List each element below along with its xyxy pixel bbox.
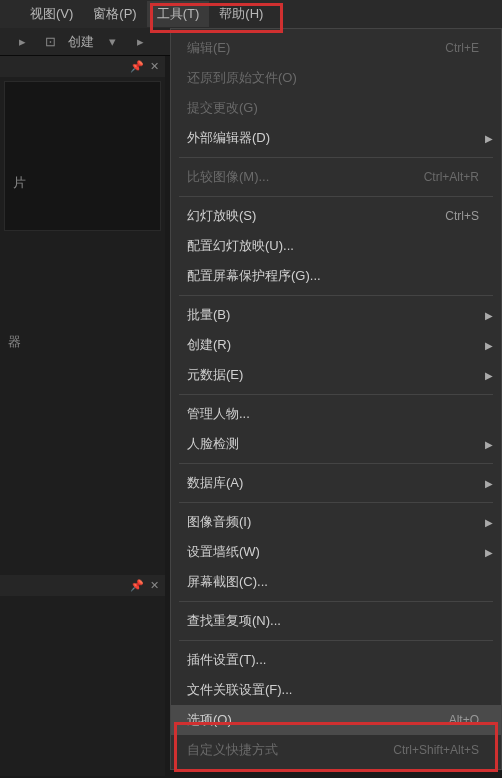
menu-create[interactable]: 创建(R) ▶ <box>171 330 501 360</box>
pin-icon[interactable]: 📌 <box>130 60 144 73</box>
tools-dropdown-menu: 编辑(E) Ctrl+E 还原到原始文件(O) 提交更改(G) 外部编辑器(D)… <box>170 28 502 770</box>
menu-config-slideshow-label: 配置幻灯放映(U)... <box>187 237 294 255</box>
menu-help[interactable]: 帮助(H) <box>209 1 273 27</box>
menu-database[interactable]: 数据库(A) ▶ <box>171 468 501 498</box>
menu-metadata-label: 元数据(E) <box>187 366 243 384</box>
panel-text-2: 器 <box>0 321 165 363</box>
close-icon[interactable]: ✕ <box>150 60 159 73</box>
menu-tools[interactable]: 工具(T) <box>147 1 210 27</box>
menu-separator <box>179 196 493 197</box>
chevron-right-icon: ▶ <box>485 310 493 321</box>
menu-custom-shortcut: 自定义快捷方式 Ctrl+Shift+Alt+S <box>171 735 501 765</box>
menu-revert: 还原到原始文件(O) <box>171 63 501 93</box>
chevron-right-icon: ▶ <box>485 439 493 450</box>
menubar: 视图(V) 窗格(P) 工具(T) 帮助(H) <box>0 0 502 28</box>
menu-compare-shortcut: Ctrl+Alt+R <box>424 170 479 184</box>
chevron-right-icon: ▶ <box>485 547 493 558</box>
menu-image-audio[interactable]: 图像音频(I) ▶ <box>171 507 501 537</box>
menu-file-assoc[interactable]: 文件关联设置(F)... <box>171 675 501 705</box>
side-panel: 📌 ✕ 片 器 📌 ✕ <box>0 56 165 776</box>
menu-custom-shortcut-label: 自定义快捷方式 <box>187 741 278 759</box>
menu-screenshot[interactable]: 屏幕截图(C)... <box>171 567 501 597</box>
menu-image-audio-label: 图像音频(I) <box>187 513 251 531</box>
panel-body-1: 片 <box>4 81 161 231</box>
menu-screenshot-label: 屏幕截图(C)... <box>187 573 268 591</box>
menu-separator <box>179 157 493 158</box>
menu-batch[interactable]: 批量(B) ▶ <box>171 300 501 330</box>
chevron-right-icon: ▶ <box>485 478 493 489</box>
menu-edit: 编辑(E) Ctrl+E <box>171 33 501 63</box>
pin-icon-2[interactable]: 📌 <box>130 579 144 592</box>
menu-slideshow[interactable]: 幻灯放映(S) Ctrl+S <box>171 201 501 231</box>
menu-external-editor[interactable]: 外部编辑器(D) ▶ <box>171 123 501 153</box>
panel-header-1: 📌 ✕ <box>0 56 165 77</box>
menu-slideshow-shortcut: Ctrl+S <box>445 209 479 223</box>
menu-config-screensaver-label: 配置屏幕保护程序(G)... <box>187 267 321 285</box>
menu-commit-label: 提交更改(G) <box>187 99 258 117</box>
menu-create-label: 创建(R) <box>187 336 231 354</box>
menu-view[interactable]: 视图(V) <box>20 1 83 27</box>
toolbar-icon-3[interactable]: ▸ <box>130 32 150 52</box>
menu-grid[interactable]: 窗格(P) <box>83 1 146 27</box>
menu-plugin-settings-label: 插件设置(T)... <box>187 651 266 669</box>
toolbar-icon-1[interactable]: ▸ <box>12 32 32 52</box>
menu-separator <box>179 640 493 641</box>
menu-compare-images: 比较图像(M)... Ctrl+Alt+R <box>171 162 501 192</box>
menu-external-editor-label: 外部编辑器(D) <box>187 129 270 147</box>
menu-set-wallpaper-label: 设置墙纸(W) <box>187 543 260 561</box>
chevron-right-icon: ▶ <box>485 340 493 351</box>
menu-config-screensaver[interactable]: 配置屏幕保护程序(G)... <box>171 261 501 291</box>
menu-separator <box>179 502 493 503</box>
menu-batch-label: 批量(B) <box>187 306 230 324</box>
panel-text-1: 片 <box>5 162 160 204</box>
menu-file-assoc-label: 文件关联设置(F)... <box>187 681 292 699</box>
menu-separator <box>179 463 493 464</box>
menu-manage-people[interactable]: 管理人物... <box>171 399 501 429</box>
toolbar-dropdown-icon[interactable]: ▾ <box>102 32 122 52</box>
menu-options-shortcut: Alt+O <box>449 713 479 727</box>
toolbar-icon-2[interactable]: ⊡ <box>40 32 60 52</box>
menu-find-dup[interactable]: 查找重复项(N)... <box>171 606 501 636</box>
menu-separator <box>179 394 493 395</box>
chevron-right-icon: ▶ <box>485 133 493 144</box>
menu-options[interactable]: 选项(O)... Alt+O <box>171 705 501 735</box>
menu-separator <box>179 295 493 296</box>
menu-plugin-settings[interactable]: 插件设置(T)... <box>171 645 501 675</box>
toolbar-create-label[interactable]: 创建 <box>68 33 94 51</box>
menu-edit-shortcut: Ctrl+E <box>445 41 479 55</box>
close-icon-2[interactable]: ✕ <box>150 579 159 592</box>
menu-edit-label: 编辑(E) <box>187 39 230 57</box>
menu-revert-label: 还原到原始文件(O) <box>187 69 297 87</box>
chevron-right-icon: ▶ <box>485 370 493 381</box>
menu-face-detect-label: 人脸检测 <box>187 435 239 453</box>
menu-slideshow-label: 幻灯放映(S) <box>187 207 256 225</box>
menu-find-dup-label: 查找重复项(N)... <box>187 612 281 630</box>
menu-metadata[interactable]: 元数据(E) ▶ <box>171 360 501 390</box>
menu-compare-label: 比较图像(M)... <box>187 168 269 186</box>
menu-face-detect[interactable]: 人脸检测 ▶ <box>171 429 501 459</box>
menu-options-label: 选项(O)... <box>187 711 243 729</box>
menu-manage-people-label: 管理人物... <box>187 405 250 423</box>
menu-custom-shortcut-shortcut: Ctrl+Shift+Alt+S <box>393 743 479 757</box>
chevron-right-icon: ▶ <box>485 517 493 528</box>
menu-set-wallpaper[interactable]: 设置墙纸(W) ▶ <box>171 537 501 567</box>
panel-header-2: 📌 ✕ <box>0 575 165 596</box>
menu-config-slideshow[interactable]: 配置幻灯放映(U)... <box>171 231 501 261</box>
menu-database-label: 数据库(A) <box>187 474 243 492</box>
menu-commit: 提交更改(G) <box>171 93 501 123</box>
menu-separator <box>179 601 493 602</box>
